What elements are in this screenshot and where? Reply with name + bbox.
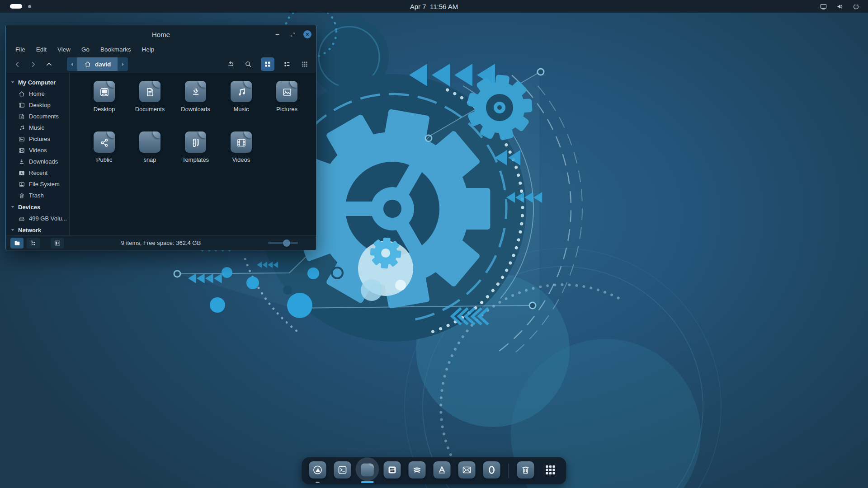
sidebar-row-home[interactable]: Home <box>6 88 69 99</box>
sidebar-row-desktop[interactable]: Desktop <box>6 99 69 111</box>
file-icon-view: Desktop Documents Downloads Music <box>70 73 316 235</box>
trash-icon <box>517 461 534 479</box>
folder-icon <box>276 81 297 102</box>
dock-folder-icon <box>359 461 376 479</box>
dock-item-app-grid[interactable] <box>541 457 560 484</box>
file-item-videos[interactable]: Videos <box>218 131 264 182</box>
folder-icon <box>139 131 160 153</box>
sidebar-row-music[interactable]: Music <box>6 122 69 133</box>
file-item-music[interactable]: Music <box>218 81 264 131</box>
menu-bar: FileEditViewGoBookmarksHelp <box>6 43 316 56</box>
path-segment-home[interactable]: david <box>77 57 118 71</box>
zoom-slider-knob[interactable] <box>283 239 290 247</box>
dock-item-word-processor[interactable] <box>433 457 452 484</box>
home-icon <box>18 90 25 98</box>
topbar-status-area <box>820 0 860 13</box>
folder-icon <box>185 131 206 153</box>
letter-a-icon <box>434 461 451 479</box>
icon-view-button[interactable] <box>261 57 274 71</box>
dock-item-browser[interactable] <box>308 457 327 484</box>
topbar-power[interactable] <box>852 3 860 10</box>
expander-chevron-icon[interactable] <box>10 227 15 233</box>
file-item-downloads[interactable]: Downloads <box>173 81 218 131</box>
sidebar-row-499-gb-volu[interactable]: 499 GB Volu... <box>6 213 69 224</box>
top-panel: Apr 7 11:56 AM <box>0 0 868 13</box>
window-controls <box>273 25 311 43</box>
dock-item-file-manager[interactable] <box>358 457 377 484</box>
folder-icon <box>231 131 252 153</box>
sidebar-row-network[interactable]: Network <box>6 224 69 235</box>
sidebar-row-downloads[interactable]: Downloads <box>6 156 69 167</box>
folder-icon <box>185 81 206 102</box>
window-content: My Computer Home Desktop Documents M <box>6 73 316 235</box>
dock-item-terminal[interactable] <box>333 457 352 484</box>
trash-icon <box>18 192 25 199</box>
sidebar-row-file-system[interactable]: File System <box>6 178 69 190</box>
topbar-volume[interactable] <box>836 3 844 10</box>
path-scroll-left[interactable] <box>67 57 77 71</box>
documents-icon <box>18 113 25 120</box>
file-item-documents[interactable]: Documents <box>127 81 173 131</box>
window-titlebar[interactable]: Home <box>6 25 316 43</box>
dock-item-mail[interactable] <box>458 457 476 484</box>
thumbnail-view-button[interactable] <box>300 59 310 69</box>
menu-view[interactable]: View <box>57 46 71 53</box>
menu-go[interactable]: Go <box>81 46 90 53</box>
search-button[interactable] <box>243 59 253 69</box>
dock-item-trash[interactable] <box>516 457 535 484</box>
file-item-pictures[interactable]: Pictures <box>264 81 310 131</box>
toggles-icon <box>384 461 401 479</box>
desktop-icon <box>18 102 25 109</box>
status-bar: 9 items, Free space: 362.4 GB <box>6 235 316 250</box>
maximize-button[interactable] <box>288 30 297 39</box>
recent-icon <box>18 169 25 177</box>
menu-file[interactable]: File <box>15 46 25 53</box>
terminal-icon <box>334 461 351 479</box>
toolbar: david <box>6 56 316 73</box>
path-scroll-right[interactable] <box>118 57 128 71</box>
file-item-public[interactable]: Public <box>81 131 127 182</box>
folder-icon <box>231 81 252 102</box>
minimize-button[interactable] <box>273 30 282 39</box>
dock-item-settings[interactable] <box>383 457 402 484</box>
download-icon <box>190 86 202 98</box>
harddrive-icon <box>18 215 25 222</box>
dock-item-opera-browser[interactable] <box>482 457 501 484</box>
filesystem-icon <box>18 181 25 188</box>
envelope-icon <box>458 461 476 479</box>
folder-icon <box>94 131 115 153</box>
sidebar-row-videos[interactable]: Videos <box>6 145 69 156</box>
clock[interactable]: Apr 7 11:56 AM <box>0 3 868 10</box>
topbar-display[interactable] <box>820 3 827 10</box>
dock <box>302 457 566 484</box>
home-icon <box>84 61 91 68</box>
sidebar-row-trash[interactable]: Trash <box>6 190 69 201</box>
sidebar-row-devices[interactable]: Devices <box>6 201 69 213</box>
music-icon <box>236 86 247 98</box>
menu-edit[interactable]: Edit <box>36 46 47 53</box>
compact-view-button[interactable] <box>282 59 292 69</box>
file-item-snap[interactable]: snap <box>127 131 173 182</box>
back-button[interactable] <box>12 59 22 69</box>
dock-separator <box>509 464 509 478</box>
file-manager-window: Home FileEditViewGoBookmarksHelp david <box>5 25 316 250</box>
expander-chevron-icon[interactable] <box>10 204 15 210</box>
up-button[interactable] <box>44 59 54 69</box>
sidebar-row-my-computer[interactable]: My Computer <box>6 76 69 88</box>
menu-bookmarks[interactable]: Bookmarks <box>100 46 131 53</box>
sidebar-row-recent[interactable]: Recent <box>6 167 69 178</box>
dock-item-music-streaming[interactable] <box>408 457 427 484</box>
file-item-desktop[interactable]: Desktop <box>81 81 127 131</box>
sidebar-row-pictures[interactable]: Pictures <box>6 133 69 145</box>
reload-button[interactable] <box>226 59 236 69</box>
zoom-slider[interactable] <box>268 239 298 247</box>
menu-help[interactable]: Help <box>142 46 155 53</box>
videos-icon <box>18 147 25 154</box>
close-button[interactable] <box>303 30 311 38</box>
pictures-icon <box>18 136 25 143</box>
opera-o-icon <box>483 461 500 479</box>
expander-chevron-icon[interactable] <box>10 80 15 85</box>
forward-button[interactable] <box>28 59 38 69</box>
sidebar-row-documents[interactable]: Documents <box>6 111 69 122</box>
file-item-templates[interactable]: Templates <box>173 131 218 182</box>
